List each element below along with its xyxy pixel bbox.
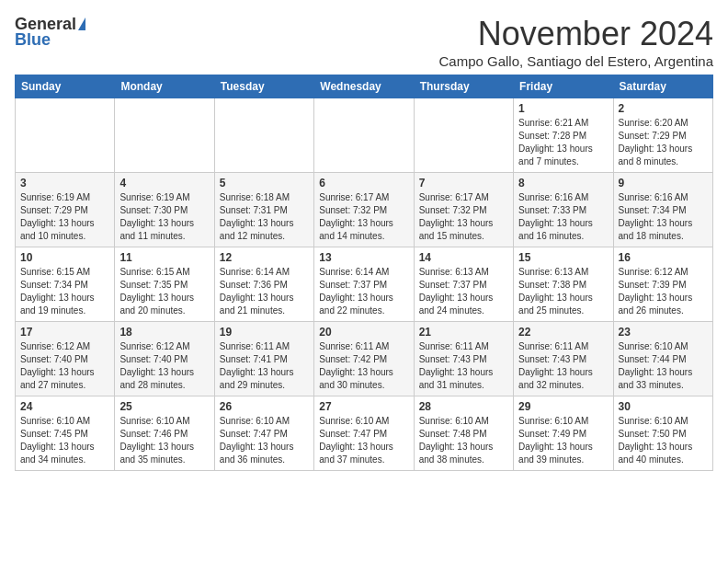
day-info: Sunrise: 6:15 AM Sunset: 7:34 PM Dayligh…	[20, 266, 109, 317]
calendar-week-row: 3Sunrise: 6:19 AM Sunset: 7:29 PM Daylig…	[16, 173, 713, 247]
day-info: Sunrise: 6:16 AM Sunset: 7:34 PM Dayligh…	[619, 191, 708, 243]
calendar-cell: 28Sunrise: 6:10 AM Sunset: 7:48 PM Dayli…	[414, 396, 513, 471]
logo: General Blue	[15, 15, 85, 50]
day-info: Sunrise: 6:11 AM Sunset: 7:43 PM Dayligh…	[518, 340, 608, 392]
day-info: Sunrise: 6:19 AM Sunset: 7:29 PM Dayligh…	[20, 191, 109, 243]
weekday-header-cell: Thursday	[414, 75, 513, 98]
day-info: Sunrise: 6:12 AM Sunset: 7:39 PM Dayligh…	[619, 266, 708, 317]
day-info: Sunrise: 6:10 AM Sunset: 7:45 PM Dayligh…	[20, 415, 109, 466]
day-info: Sunrise: 6:11 AM Sunset: 7:42 PM Dayligh…	[319, 340, 408, 392]
day-number: 17	[20, 326, 109, 339]
day-info: Sunrise: 6:13 AM Sunset: 7:37 PM Dayligh…	[419, 266, 508, 317]
calendar-cell: 11Sunrise: 6:15 AM Sunset: 7:35 PM Dayli…	[115, 247, 214, 322]
day-info: Sunrise: 6:11 AM Sunset: 7:43 PM Dayligh…	[419, 340, 508, 392]
day-number: 25	[119, 400, 209, 413]
weekday-header-cell: Monday	[115, 75, 214, 98]
calendar-cell: 23Sunrise: 6:10 AM Sunset: 7:44 PM Dayli…	[613, 322, 712, 396]
calendar-cell: 29Sunrise: 6:10 AM Sunset: 7:49 PM Dayli…	[514, 396, 613, 471]
day-number: 12	[220, 251, 309, 264]
day-info: Sunrise: 6:17 AM Sunset: 7:32 PM Dayligh…	[319, 191, 408, 243]
day-info: Sunrise: 6:17 AM Sunset: 7:32 PM Dayligh…	[419, 191, 508, 243]
calendar-cell: 9Sunrise: 6:16 AM Sunset: 7:34 PM Daylig…	[613, 173, 712, 247]
day-info: Sunrise: 6:10 AM Sunset: 7:44 PM Dayligh…	[619, 340, 708, 392]
day-number: 15	[518, 251, 608, 264]
day-number: 24	[20, 400, 109, 413]
title-block: November 2024 Campo Gallo, Santiago del …	[438, 15, 713, 69]
calendar-cell: 27Sunrise: 6:10 AM Sunset: 7:47 PM Dayli…	[314, 396, 414, 471]
day-number: 30	[619, 400, 708, 413]
calendar-cell: 20Sunrise: 6:11 AM Sunset: 7:42 PM Dayli…	[314, 322, 414, 396]
calendar-week-row: 1Sunrise: 6:21 AM Sunset: 7:28 PM Daylig…	[16, 98, 713, 173]
day-info: Sunrise: 6:13 AM Sunset: 7:38 PM Dayligh…	[518, 266, 608, 317]
day-number: 27	[319, 400, 408, 413]
day-info: Sunrise: 6:11 AM Sunset: 7:41 PM Dayligh…	[220, 340, 309, 392]
weekday-header-cell: Wednesday	[314, 75, 414, 98]
calendar-cell	[214, 98, 313, 173]
day-info: Sunrise: 6:14 AM Sunset: 7:36 PM Dayligh…	[220, 266, 309, 317]
day-info: Sunrise: 6:21 AM Sunset: 7:28 PM Dayligh…	[518, 117, 608, 168]
day-number: 2	[619, 102, 708, 115]
calendar-week-row: 24Sunrise: 6:10 AM Sunset: 7:45 PM Dayli…	[16, 396, 713, 471]
day-number: 26	[220, 400, 309, 413]
day-number: 10	[20, 251, 109, 264]
day-info: Sunrise: 6:12 AM Sunset: 7:40 PM Dayligh…	[119, 340, 209, 392]
calendar-cell: 19Sunrise: 6:11 AM Sunset: 7:41 PM Dayli…	[214, 322, 313, 396]
logo-triangle-icon	[78, 17, 85, 30]
day-number: 22	[518, 326, 608, 339]
calendar-cell: 25Sunrise: 6:10 AM Sunset: 7:46 PM Dayli…	[115, 396, 214, 471]
day-number: 18	[119, 326, 209, 339]
calendar-cell: 4Sunrise: 6:19 AM Sunset: 7:30 PM Daylig…	[115, 173, 214, 247]
calendar-cell	[16, 98, 115, 173]
day-number: 21	[419, 326, 508, 339]
day-info: Sunrise: 6:15 AM Sunset: 7:35 PM Dayligh…	[119, 266, 209, 317]
calendar-cell: 1Sunrise: 6:21 AM Sunset: 7:28 PM Daylig…	[514, 98, 613, 173]
calendar-table: SundayMondayTuesdayWednesdayThursdayFrid…	[15, 75, 713, 471]
weekday-header-cell: Sunday	[16, 75, 115, 98]
day-number: 23	[619, 326, 708, 339]
calendar-cell: 14Sunrise: 6:13 AM Sunset: 7:37 PM Dayli…	[414, 247, 513, 322]
day-info: Sunrise: 6:10 AM Sunset: 7:46 PM Dayligh…	[119, 415, 209, 466]
weekday-header-cell: Friday	[514, 75, 613, 98]
calendar-cell: 12Sunrise: 6:14 AM Sunset: 7:36 PM Dayli…	[214, 247, 313, 322]
month-title: November 2024	[438, 15, 713, 53]
calendar-cell: 15Sunrise: 6:13 AM Sunset: 7:38 PM Dayli…	[514, 247, 613, 322]
calendar-cell: 8Sunrise: 6:16 AM Sunset: 7:33 PM Daylig…	[514, 173, 613, 247]
weekday-header-row: SundayMondayTuesdayWednesdayThursdayFrid…	[16, 75, 713, 98]
weekday-header-cell: Saturday	[613, 75, 712, 98]
day-number: 9	[619, 177, 708, 190]
day-number: 8	[518, 177, 608, 190]
calendar-cell: 6Sunrise: 6:17 AM Sunset: 7:32 PM Daylig…	[314, 173, 414, 247]
calendar-cell: 3Sunrise: 6:19 AM Sunset: 7:29 PM Daylig…	[16, 173, 115, 247]
calendar-cell: 2Sunrise: 6:20 AM Sunset: 7:29 PM Daylig…	[613, 98, 712, 173]
logo-blue-text: Blue	[15, 30, 51, 50]
calendar-week-row: 10Sunrise: 6:15 AM Sunset: 7:34 PM Dayli…	[16, 247, 713, 322]
day-number: 6	[319, 177, 408, 190]
calendar-cell: 5Sunrise: 6:18 AM Sunset: 7:31 PM Daylig…	[214, 173, 313, 247]
calendar-cell: 17Sunrise: 6:12 AM Sunset: 7:40 PM Dayli…	[16, 322, 115, 396]
day-info: Sunrise: 6:19 AM Sunset: 7:30 PM Dayligh…	[119, 191, 209, 243]
day-number: 20	[319, 326, 408, 339]
day-number: 5	[220, 177, 309, 190]
calendar-cell: 13Sunrise: 6:14 AM Sunset: 7:37 PM Dayli…	[314, 247, 414, 322]
calendar-cell: 21Sunrise: 6:11 AM Sunset: 7:43 PM Dayli…	[414, 322, 513, 396]
day-info: Sunrise: 6:18 AM Sunset: 7:31 PM Dayligh…	[220, 191, 309, 243]
day-info: Sunrise: 6:20 AM Sunset: 7:29 PM Dayligh…	[619, 117, 708, 168]
day-info: Sunrise: 6:10 AM Sunset: 7:49 PM Dayligh…	[518, 415, 608, 466]
calendar-cell: 22Sunrise: 6:11 AM Sunset: 7:43 PM Dayli…	[514, 322, 613, 396]
day-info: Sunrise: 6:12 AM Sunset: 7:40 PM Dayligh…	[20, 340, 109, 392]
calendar-cell: 26Sunrise: 6:10 AM Sunset: 7:47 PM Dayli…	[214, 396, 313, 471]
day-number: 1	[518, 102, 608, 115]
day-number: 16	[619, 251, 708, 264]
page-header: General Blue November 2024 Campo Gallo, …	[15, 15, 713, 69]
day-number: 29	[518, 400, 608, 413]
day-info: Sunrise: 6:10 AM Sunset: 7:47 PM Dayligh…	[220, 415, 309, 466]
calendar-cell: 24Sunrise: 6:10 AM Sunset: 7:45 PM Dayli…	[16, 396, 115, 471]
day-number: 4	[119, 177, 209, 190]
calendar-cell: 10Sunrise: 6:15 AM Sunset: 7:34 PM Dayli…	[16, 247, 115, 322]
weekday-header-cell: Tuesday	[214, 75, 313, 98]
calendar-cell: 16Sunrise: 6:12 AM Sunset: 7:39 PM Dayli…	[613, 247, 712, 322]
day-info: Sunrise: 6:10 AM Sunset: 7:48 PM Dayligh…	[419, 415, 508, 466]
location-subtitle: Campo Gallo, Santiago del Estero, Argent…	[438, 53, 713, 69]
day-info: Sunrise: 6:10 AM Sunset: 7:47 PM Dayligh…	[319, 415, 408, 466]
calendar-cell: 7Sunrise: 6:17 AM Sunset: 7:32 PM Daylig…	[414, 173, 513, 247]
